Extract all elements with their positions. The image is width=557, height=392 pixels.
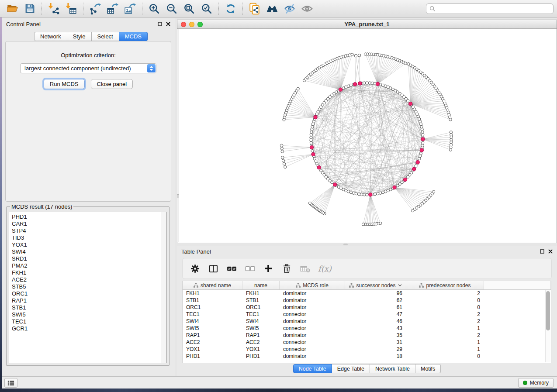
sort-chevron-icon (398, 284, 402, 287)
column-header-successor-nodes[interactable]: successor nodes (345, 281, 406, 289)
unselect-all-columns-icon[interactable] (245, 263, 255, 274)
tab-select[interactable]: Select (92, 32, 119, 41)
open-session-icon[interactable] (5, 2, 20, 16)
close-window-icon[interactable] (181, 22, 186, 27)
import-network-icon[interactable] (46, 2, 61, 16)
minimize-window-icon[interactable] (189, 22, 194, 27)
tab-network[interactable]: Network (34, 32, 67, 41)
search-network-icon[interactable] (265, 2, 280, 16)
table-row[interactable]: TEC1TEC1connector472 (183, 311, 551, 318)
network-left-scrollbar[interactable] (177, 29, 179, 242)
zoom-in-icon[interactable] (147, 2, 162, 16)
mcds-result-item[interactable]: TEC1 (12, 318, 166, 325)
table-row[interactable]: YOX1YOX1connector291 (183, 346, 551, 353)
mcds-result-item[interactable]: FKH1 (12, 269, 166, 276)
show-columns-icon[interactable] (208, 263, 218, 274)
float-panel-icon[interactable] (158, 22, 162, 26)
table-scrollbar[interactable] (545, 290, 550, 362)
column-header-mcds-role[interactable]: MCDS role (280, 281, 345, 289)
mcds-list-scrollbar[interactable] (161, 212, 166, 363)
panel-splitter-grip[interactable] (343, 244, 348, 245)
mcds-result-item[interactable]: SWI5 (12, 311, 166, 318)
toolbar-separator (42, 3, 42, 15)
table-row[interactable]: ACE2ACE2connector311 (183, 339, 551, 346)
search-input[interactable] (437, 5, 550, 12)
memory-button[interactable]: Memory (518, 378, 554, 388)
tab-style[interactable]: Style (67, 32, 92, 41)
cell-name: STB1 (242, 297, 280, 304)
mcds-result-item[interactable]: CAR1 (12, 220, 166, 227)
desktop-background-bottom (0, 389, 557, 392)
tab-node-table[interactable]: Node Table (293, 364, 332, 373)
tab-motifs[interactable]: Motifs (415, 364, 441, 373)
run-mcds-button[interactable]: Run MCDS (44, 79, 85, 89)
mcds-result-item[interactable]: STB5 (12, 283, 166, 290)
function-builder-icon[interactable]: f(x) (318, 264, 332, 273)
export-network-icon[interactable] (88, 2, 103, 16)
add-row-icon[interactable] (263, 263, 273, 274)
cell-predecessor-nodes: 1 (406, 339, 484, 346)
cell-predecessor-nodes: 2 (406, 290, 484, 297)
criterion-select[interactable]: largest connected component (undirected) (20, 63, 156, 73)
mcds-result-item[interactable]: PMA2 (12, 262, 166, 269)
tab-mcds[interactable]: MCDS (119, 32, 148, 41)
table-row[interactable]: STB1STB1dominator620 (183, 297, 551, 304)
select-all-columns-icon[interactable] (226, 263, 237, 274)
float-panel-icon[interactable] (540, 249, 544, 254)
cell-predecessor-nodes: 2 (406, 318, 484, 325)
table-row[interactable]: SWI5SWI5connector431 (183, 325, 551, 332)
zoom-fit-icon[interactable] (182, 2, 197, 16)
table-panel-tabs: Node TableEdge TableNetwork TableMotifs (177, 364, 557, 373)
mcds-result-item[interactable]: ACE2 (12, 276, 166, 283)
mcds-result-title: MCDS result (17 nodes) (10, 203, 73, 210)
mcds-result-item[interactable]: STB1 (12, 304, 166, 311)
mcds-result-item[interactable]: PHD1 (12, 213, 166, 220)
zoom-selected-icon[interactable] (199, 2, 214, 16)
mcds-result-item[interactable]: GCR1 (12, 325, 166, 332)
settings-gear-icon[interactable] (190, 263, 200, 274)
cell-shared-name: FKH1 (183, 290, 242, 297)
cell-successor-nodes: 61 (345, 304, 406, 311)
close-panel-icon[interactable] (166, 22, 170, 26)
cell-successor-nodes: 62 (345, 297, 406, 304)
network-view-canvas[interactable] (177, 29, 557, 243)
import-table-icon[interactable] (64, 2, 79, 16)
table-row[interactable]: PHD1PHD1dominator180 (183, 353, 551, 360)
table-row[interactable]: SWI4SWI4dominator462 (183, 318, 551, 325)
export-table-icon[interactable] (105, 2, 120, 16)
mcds-result-item[interactable]: STP4 (12, 227, 166, 234)
cell-successor-nodes: 47 (345, 311, 406, 318)
mcds-result-item[interactable]: ORC1 (12, 290, 166, 297)
network-graph-canvas[interactable] (177, 29, 557, 243)
zoom-out-icon[interactable] (164, 2, 179, 16)
refresh-view-icon[interactable] (223, 2, 238, 16)
network-left-scrollbar-handle[interactable] (177, 194, 179, 198)
share-document-icon[interactable] (247, 2, 262, 16)
close-panel-icon[interactable] (548, 249, 553, 254)
mcds-result-item[interactable]: TID3 (12, 234, 166, 241)
delete-rows-icon[interactable] (281, 263, 292, 274)
table-scrollbar-thumb[interactable] (546, 291, 550, 330)
column-header-shared-name[interactable]: shared name (183, 281, 242, 289)
delete-table-icon[interactable] (300, 263, 310, 274)
tab-edge-table[interactable]: Edge Table (332, 364, 370, 373)
mcds-result-item[interactable]: RAP1 (12, 297, 166, 304)
hide-details-icon[interactable] (282, 2, 297, 16)
column-header-name[interactable]: name (242, 281, 280, 289)
mcds-result-item[interactable]: YOX1 (12, 241, 166, 248)
tab-network-table[interactable]: Network Table (370, 364, 415, 373)
cell-predecessor-nodes: 1 (406, 325, 484, 332)
mcds-result-item[interactable]: SWI4 (12, 248, 166, 255)
show-details-icon[interactable] (300, 2, 315, 16)
export-image-icon[interactable] (123, 2, 138, 16)
close-panel-button[interactable]: Close panel (91, 79, 133, 89)
table-row[interactable]: ORC1ORC1dominator610 (183, 304, 551, 311)
save-session-icon[interactable] (22, 2, 37, 16)
mcds-result-item[interactable]: SRD1 (12, 255, 166, 262)
cell-successor-nodes: 35 (345, 332, 406, 339)
task-history-button[interactable] (4, 378, 17, 388)
column-header-predecessor-nodes[interactable]: predecessor nodes (406, 281, 484, 289)
table-row[interactable]: RAP1RAP1dominator352 (183, 332, 551, 339)
table-row[interactable]: FKH1FKH1dominator962 (183, 290, 551, 297)
maximize-window-icon[interactable] (197, 22, 203, 27)
